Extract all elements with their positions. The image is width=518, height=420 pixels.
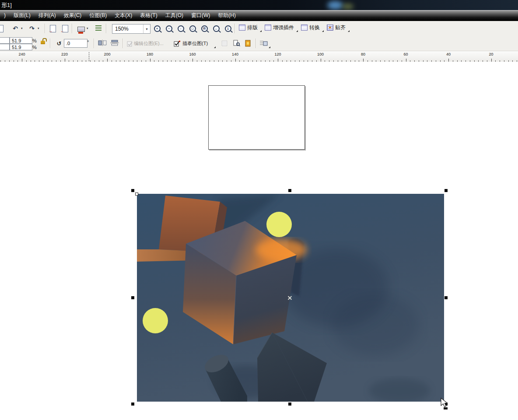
selection-handle-top-left[interactable]: [131, 189, 134, 192]
menu-item-7[interactable]: 工具(O): [161, 10, 187, 21]
menu-item-1[interactable]: 版面(L): [10, 10, 35, 21]
zoom-page-icon-glyph: ▤: [201, 25, 208, 32]
ruler-label: 20: [489, 52, 493, 56]
undo-button[interactable]: [11, 24, 19, 32]
undo-dropdown-icon[interactable]: [21, 27, 24, 30]
layout-window-icon: [239, 24, 245, 31]
standard-toolbar: → ← 150% 排版增强插件转换贴齐 +−▫◻▤↔1: [0, 21, 518, 36]
zoom-in-icon[interactable]: +: [153, 24, 161, 32]
zoom-width-icon[interactable]: ↔: [212, 24, 220, 32]
mirror-horizontal-button[interactable]: [98, 40, 107, 46]
launcher-dropdown-icon[interactable]: [87, 27, 90, 30]
separator: [45, 24, 45, 33]
selection-handle-middle-right[interactable]: [444, 296, 448, 299]
import-icon: →: [50, 25, 56, 32]
zoom-dropdown-icon[interactable]: [143, 24, 150, 33]
toolbar-button-1[interactable]: 增强插件: [264, 23, 295, 32]
mouse-cursor: [440, 398, 452, 410]
toolbar-button-label: 贴齐: [335, 24, 346, 31]
menu-item-0[interactable]: ): [0, 10, 10, 21]
drawing-canvas[interactable]: [0, 62, 518, 420]
menu-item-9[interactable]: 帮助(H): [214, 10, 240, 21]
menu-item-6[interactable]: 表格(T): [136, 10, 161, 21]
separator: [256, 38, 256, 48]
flyout-arrow-icon: [348, 30, 350, 32]
flyout-arrow-icon: [260, 30, 262, 32]
trace-bitmap-button[interactable]: 描摹位图(T): [182, 40, 208, 47]
bitmap-resolution-icon[interactable]: [233, 39, 241, 47]
ruler-label: 80: [361, 52, 365, 56]
zoom-level-value: 150%: [112, 26, 143, 32]
selection-handle-bottom-middle[interactable]: [288, 402, 291, 406]
titlebar-glow-decoration2: [342, 4, 354, 10]
resample-icon-disabled: [220, 39, 228, 47]
snap-grid-icon: [327, 24, 333, 31]
selection-handle-top-right[interactable]: [444, 189, 448, 192]
export-button[interactable]: ←: [61, 24, 69, 32]
toolbar-group-buttons: 排版增强插件转换贴齐: [238, 23, 346, 32]
selection-handle-top-middle[interactable]: [288, 189, 291, 192]
toolbar-button-3[interactable]: 贴齐: [326, 23, 346, 32]
zoom-out-icon-glyph: −: [166, 25, 172, 32]
ruler-tick: [192, 59, 193, 62]
layout-window-icon: [265, 24, 271, 31]
flyout-arrow-icon: [296, 30, 298, 32]
launcher-icon: [77, 27, 85, 32]
zoom-level-combobox[interactable]: 150%: [112, 24, 150, 34]
mirror-vertical-button[interactable]: [110, 40, 119, 46]
paste-icon[interactable]: [0, 24, 4, 32]
degree-label: °: [87, 39, 89, 45]
trace-flyout-arrow-icon[interactable]: [214, 46, 216, 48]
window-title: 形1]: [1, 1, 12, 9]
wrap-text-icon[interactable]: [260, 39, 268, 47]
ruler-tick: [65, 59, 65, 62]
ruler-tick: [150, 59, 150, 62]
property-bar: 51.9 51.9 % % .0 ° 编辑位图(E)... 描摹位图(T): [0, 36, 518, 51]
object-position-y-field[interactable]: [0, 44, 10, 50]
horizontal-ruler[interactable]: 24022020018016014012010080604020: [0, 51, 518, 63]
ruler-label: 140: [232, 52, 238, 56]
export-icon: ←: [62, 25, 68, 32]
layout-window-icon: [301, 24, 308, 31]
options-button[interactable]: [94, 24, 102, 32]
object-corner-node[interactable]: [135, 192, 138, 196]
ruler-tick: [491, 59, 492, 62]
ruler-tick: [363, 59, 364, 62]
rotation-angle-field[interactable]: .0: [64, 39, 88, 48]
import-button[interactable]: →: [49, 24, 57, 32]
zoom-width-icon-glyph: ↔: [213, 25, 220, 32]
selection-center-marker[interactable]: [287, 295, 293, 301]
zoom-all-icon-glyph: ◻: [189, 25, 196, 32]
toolbar-button-2[interactable]: 转换: [300, 23, 321, 32]
ruler-tick: [235, 59, 236, 62]
bitmap-frame-icon[interactable]: [244, 39, 252, 47]
zoom-out-icon[interactable]: −: [165, 24, 173, 32]
menu-item-5[interactable]: 文本(X): [111, 10, 136, 21]
zoom-height-icon-glyph: 1: [225, 25, 231, 32]
ruler-tick: [448, 59, 449, 62]
menu-item-8[interactable]: 窗口(W): [187, 10, 214, 21]
lock-ratio-icon[interactable]: [41, 41, 45, 44]
zoom-selected-icon[interactable]: ▫: [177, 24, 185, 32]
object-position-x-field[interactable]: [0, 37, 10, 44]
application-launcher-button[interactable]: [77, 24, 85, 32]
redo-button[interactable]: [28, 24, 36, 32]
toolbar-button-0[interactable]: 排版: [238, 23, 259, 32]
zoom-page-icon[interactable]: ▤: [200, 24, 208, 32]
scale-y-field[interactable]: 51.9: [10, 44, 32, 50]
percent-label-y: %: [32, 45, 37, 50]
menu-item-3[interactable]: 效果(C): [60, 10, 86, 21]
ruler-label: 120: [274, 52, 281, 56]
redo-dropdown-icon[interactable]: [38, 27, 41, 30]
selection-handle-middle-left[interactable]: [131, 296, 134, 299]
zoom-all-icon[interactable]: ◻: [189, 24, 196, 32]
scale-x-field[interactable]: 51.9: [10, 37, 32, 44]
toolbar-button-label: 排版: [247, 24, 258, 31]
selection-handle-bottom-left[interactable]: [131, 402, 134, 406]
ruler-tick: [278, 59, 278, 62]
separator: [122, 38, 123, 48]
menu-item-2[interactable]: 排列(A): [35, 10, 60, 21]
menu-item-4[interactable]: 位图(B): [85, 10, 111, 21]
zoom-height-icon[interactable]: 1: [224, 24, 232, 32]
wrap-flyout-arrow-icon[interactable]: [269, 46, 270, 48]
